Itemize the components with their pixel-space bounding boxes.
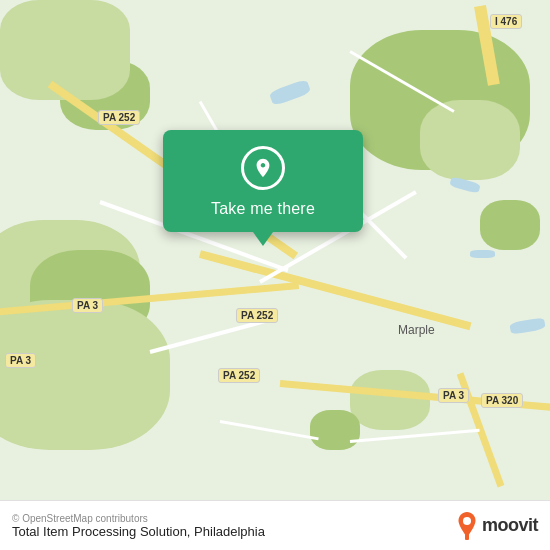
- road-label-i476: I 476: [490, 14, 522, 29]
- road-label-pa252-top: PA 252: [98, 110, 140, 125]
- moovit-brand-text: moovit: [482, 515, 538, 536]
- location-icon-circle: [241, 146, 285, 190]
- road-label-pa3-right: PA 3: [438, 388, 469, 403]
- bottom-left-info: © OpenStreetMap contributors Total Item …: [12, 513, 265, 539]
- moovit-logo: moovit: [456, 512, 538, 540]
- take-me-there-button[interactable]: Take me there: [211, 200, 315, 218]
- popup-card: Take me there: [163, 130, 363, 232]
- road-label-pa3-mid: PA 3: [72, 298, 103, 313]
- location-title: Total Item Processing Solution, Philadel…: [12, 524, 265, 539]
- copyright-text: © OpenStreetMap contributors: [12, 513, 265, 524]
- svg-point-0: [463, 517, 471, 525]
- map-container: PA 252 PA 252 PA 252 PA 3 PA 3 PA 3 I 47…: [0, 0, 550, 500]
- moovit-pin-icon: [456, 512, 478, 540]
- place-label-marple: Marple: [398, 323, 435, 337]
- location-pin-icon: [252, 157, 274, 179]
- road-label-pa252-mid: PA 252: [236, 308, 278, 323]
- svg-rect-1: [465, 534, 469, 540]
- road-label-pa3-left: PA 3: [5, 353, 36, 368]
- road-label-pa320: PA 320: [481, 393, 523, 408]
- road-label-pa252-bot: PA 252: [218, 368, 260, 383]
- bottom-bar: © OpenStreetMap contributors Total Item …: [0, 500, 550, 550]
